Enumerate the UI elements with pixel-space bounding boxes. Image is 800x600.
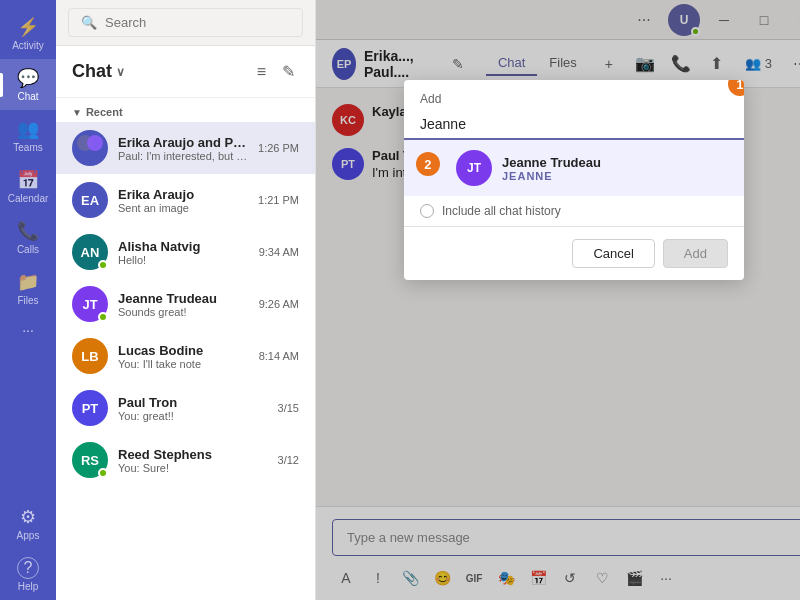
top-search-bar: 🔍 [56,0,315,46]
chat-info: Jeanne Trudeau Sounds great! [118,291,249,318]
sidebar-header: Chat ∨ ≡ ✎ [56,46,315,98]
avatar: PT [72,390,108,426]
status-online-dot [98,312,108,322]
calendar-icon: 📅 [17,169,39,191]
chat-preview: Sounds great! [118,306,249,318]
include-history-checkbox[interactable] [420,204,434,218]
nav-bottom: ⚙ Apps ? Help [0,498,56,600]
chat-name: Jeanne Trudeau [118,291,249,306]
chat-item-reed[interactable]: RS Reed Stephens You: Sure! 3/12 [56,434,315,486]
nav-chat-label: Chat [17,91,38,102]
nav-files[interactable]: 📁 Files [0,263,56,314]
chat-time: 9:34 AM [259,246,299,258]
active-indicator [0,73,3,97]
avatar: AN [72,234,108,270]
chat-info: Reed Stephens You: Sure! [118,447,268,474]
chat-preview: You: Sure! [118,462,268,474]
modal-header-label: Add [404,80,744,110]
chat-time: 1:26 PM [258,142,299,154]
nav-apps[interactable]: ⚙ Apps [0,498,56,549]
status-online-dot [98,260,108,270]
cancel-button[interactable]: Cancel [572,239,654,268]
avatar: EA [72,182,108,218]
chat-item-erika[interactable]: EA Erika Araujo Sent an image 1:21 PM [56,174,315,226]
chat-preview: Sent an image [118,202,248,214]
nav-sidebar: ⚡ Activity 💬 Chat 👥 Teams 📅 Calendar 📞 C… [0,0,56,600]
chat-name: Reed Stephens [118,447,268,462]
chat-name: Alisha Natvig [118,239,249,254]
chat-time: 3/15 [278,402,299,414]
chevron-sm-icon: ▼ [72,107,82,118]
filter-icon[interactable]: ≡ [253,59,270,85]
result-sub: JEANNE [502,170,601,182]
chat-item-paul[interactable]: PT Paul Tron You: great!! 3/15 [56,382,315,434]
modal-footer: Cancel Add [404,226,744,280]
chat-time: 3/12 [278,454,299,466]
sidebar-title: Chat ∨ [72,61,253,82]
include-history-row: Include all chat history [404,196,744,226]
nav-help[interactable]: ? Help [0,549,56,600]
chat-icon: 💬 [17,67,39,89]
search-input[interactable] [105,15,290,30]
avatar: RS [72,442,108,478]
chat-time: 8:14 AM [259,350,299,362]
add-people-modal: 1 Add 2 JT Jeanne Trudeau JEANNE Include… [404,80,744,280]
sidebar-title-text: Chat [72,61,112,82]
help-icon: ? [17,557,39,579]
add-button[interactable]: Add [663,239,728,268]
chat-time: 9:26 AM [259,298,299,310]
chat-preview: You: I'll take note [118,358,249,370]
modal-overlay: 1 Add 2 JT Jeanne Trudeau JEANNE Include… [316,0,800,600]
avatar: JT [72,286,108,322]
chat-info: Paul Tron You: great!! [118,395,268,422]
chat-item-erika-paul[interactable]: Erika Araujo and Paul ... Paul: I'm inte… [56,122,315,174]
chat-info: Erika Araujo Sent an image [118,187,248,214]
chat-info: Erika Araujo and Paul ... Paul: I'm inte… [118,135,248,162]
chevron-down-icon[interactable]: ∨ [116,65,125,79]
result-info: Jeanne Trudeau JEANNE [502,155,601,182]
chat-name: Paul Tron [118,395,268,410]
nav-calls-label: Calls [17,244,39,255]
nav-calendar-label: Calendar [8,193,49,204]
search-container[interactable]: 🔍 [68,8,303,37]
nav-calls[interactable]: 📞 Calls [0,212,56,263]
nav-more[interactable]: ··· [0,314,56,348]
status-online-dot [98,468,108,478]
recent-label-text: Recent [86,106,123,118]
result-name: Jeanne Trudeau [502,155,601,170]
chat-item-lucas[interactable]: LB Lucas Bodine You: I'll take note 8:14… [56,330,315,382]
teams-icon: 👥 [17,118,39,140]
chat-list: Erika Araujo and Paul ... Paul: I'm inte… [56,122,315,600]
chat-preview: You: great!! [118,410,268,422]
nav-files-label: Files [17,295,38,306]
apps-icon: ⚙ [20,506,36,528]
nav-calendar[interactable]: 📅 Calendar [0,161,56,212]
search-result-item[interactable]: JT Jeanne Trudeau JEANNE [404,140,744,196]
nav-help-label: Help [18,581,39,592]
main-content: ··· U ─ □ ✕ EP Erika..., Paul.... ✎ Chat… [316,0,800,600]
nav-teams-label: Teams [13,142,42,153]
chat-preview: Hello! [118,254,249,266]
more-icon: ··· [22,322,34,338]
svg-point-1 [87,135,103,151]
chat-name: Lucas Bodine [118,343,249,358]
include-history-label: Include all chat history [442,204,561,218]
chat-item-jeanne[interactable]: JT Jeanne Trudeau Sounds great! 9:26 AM [56,278,315,330]
files-icon: 📁 [17,271,39,293]
chat-preview: Paul: I'm interested, but do... [118,150,248,162]
step-badge-2: 2 [416,152,440,176]
add-people-input[interactable] [404,110,744,140]
chat-name: Erika Araujo and Paul ... [118,135,248,150]
search-icon: 🔍 [81,15,97,30]
compose-icon[interactable]: ✎ [278,58,299,85]
avatar: LB [72,338,108,374]
chat-item-alisha[interactable]: AN Alisha Natvig Hello! 9:34 AM [56,226,315,278]
avatar [72,130,108,166]
activity-icon: ⚡ [17,16,39,38]
chat-info: Lucas Bodine You: I'll take note [118,343,249,370]
nav-teams[interactable]: 👥 Teams [0,110,56,161]
nav-chat[interactable]: 💬 Chat [0,59,56,110]
chat-sidebar: 🔍 Chat ∨ ≡ ✎ ▼ Recent Erika A [56,0,316,600]
sidebar-actions: ≡ ✎ [253,58,299,85]
nav-activity[interactable]: ⚡ Activity [0,8,56,59]
